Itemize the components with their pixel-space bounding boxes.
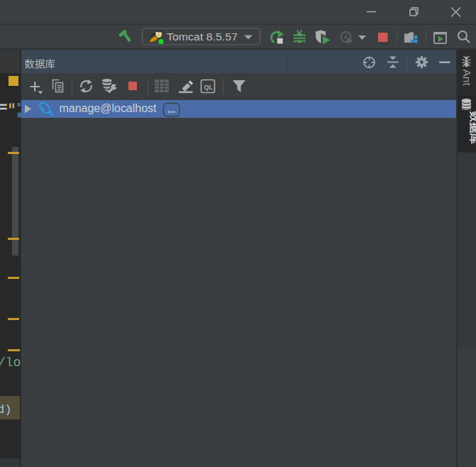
svg-text:Tomcat 8.5.57: Tomcat 8.5.57 [167, 31, 238, 43]
svg-text:manage@localhost: manage@localhost [60, 102, 157, 114]
svg-text:/lo: /lo [0, 356, 21, 370]
svg-text:Ant: Ant [461, 70, 473, 87]
svg-text:d): d) [0, 403, 11, 417]
svg-text:QL: QL [204, 84, 214, 91]
